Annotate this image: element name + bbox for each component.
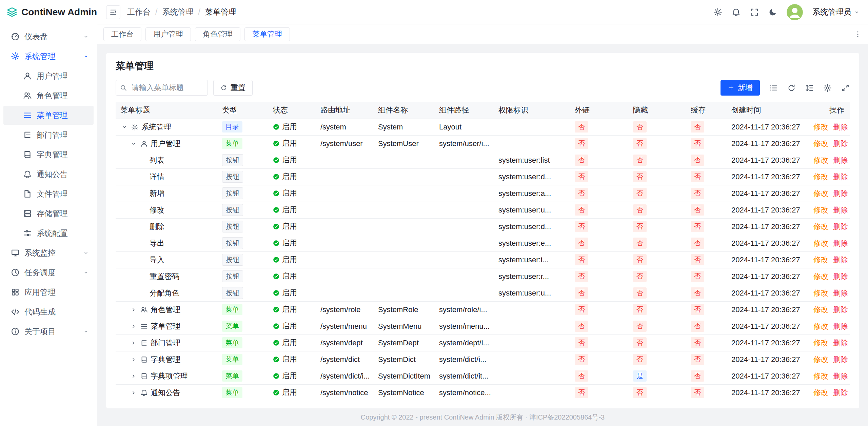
tree-toggle[interactable] bbox=[130, 372, 138, 380]
delete-link[interactable]: 删除 bbox=[833, 272, 848, 281]
edit-link[interactable]: 修改 bbox=[813, 339, 828, 347]
sidebar-item-codegen[interactable]: 代码生成 bbox=[3, 302, 94, 321]
tab-more-button[interactable] bbox=[854, 30, 862, 38]
tab-user[interactable]: 用户管理 bbox=[145, 27, 191, 41]
sidebar-item-file[interactable]: 文件管理 bbox=[3, 184, 94, 203]
edit-link[interactable]: 修改 bbox=[813, 372, 828, 380]
batch-list-button[interactable] bbox=[769, 84, 778, 92]
sidebar-item-dashboard[interactable]: 仪表盘 bbox=[3, 27, 94, 46]
edit-link[interactable]: 修改 bbox=[813, 139, 828, 148]
edit-link[interactable]: 修改 bbox=[813, 173, 828, 181]
delete-link[interactable]: 删除 bbox=[833, 123, 848, 131]
topbar: 工作台/系统管理/菜单管理 系统管理员 bbox=[97, 0, 868, 24]
tree-toggle[interactable] bbox=[130, 306, 138, 314]
delete-link[interactable]: 删除 bbox=[833, 372, 848, 380]
delete-link[interactable]: 删除 bbox=[833, 355, 848, 364]
sidebar-item-monitor[interactable]: 系统监控 bbox=[3, 243, 94, 262]
sidebar-item-dict[interactable]: 字典管理 bbox=[3, 145, 94, 164]
type-cell: 菜单 bbox=[217, 384, 268, 400]
cache-badge: 否 bbox=[691, 321, 704, 332]
created-cell: 2024-11-17 20:36:27 bbox=[727, 218, 806, 235]
delete-link[interactable]: 删除 bbox=[833, 388, 848, 397]
breadcrumb-item[interactable]: 菜单管理 bbox=[205, 7, 236, 17]
edit-link[interactable]: 修改 bbox=[813, 388, 828, 397]
breadcrumb-item[interactable]: 工作台 bbox=[127, 7, 151, 17]
delete-link[interactable]: 删除 bbox=[833, 239, 848, 247]
external-badge: 否 bbox=[575, 254, 588, 265]
delete-link[interactable]: 删除 bbox=[833, 173, 848, 181]
check-circle-icon bbox=[273, 340, 279, 346]
tab-role[interactable]: 角色管理 bbox=[195, 27, 240, 41]
column-settings-button[interactable] bbox=[823, 84, 832, 92]
sidebar-item-about[interactable]: 关于项目 bbox=[3, 322, 94, 341]
table-fullscreen-button[interactable] bbox=[841, 84, 850, 92]
search-input[interactable] bbox=[116, 80, 208, 96]
check-circle-icon bbox=[273, 240, 279, 246]
tab-label: 角色管理 bbox=[203, 29, 233, 39]
delete-link[interactable]: 删除 bbox=[833, 222, 848, 231]
delete-link[interactable]: 删除 bbox=[833, 206, 848, 214]
edit-link[interactable]: 修改 bbox=[813, 222, 828, 231]
edit-link[interactable]: 修改 bbox=[813, 355, 828, 364]
delete-link[interactable]: 删除 bbox=[833, 156, 848, 164]
edit-link[interactable]: 修改 bbox=[813, 322, 828, 330]
notifications-button[interactable] bbox=[732, 8, 741, 17]
sidebar-item-config[interactable]: 系统配置 bbox=[3, 224, 94, 243]
avatar[interactable] bbox=[787, 4, 803, 20]
edit-link[interactable]: 修改 bbox=[813, 206, 828, 214]
toolbar: 重置 新增 bbox=[116, 80, 850, 96]
delete-link[interactable]: 删除 bbox=[833, 289, 848, 297]
add-button[interactable]: 新增 bbox=[721, 80, 760, 96]
sidebar-item-storage[interactable]: 存储管理 bbox=[3, 204, 94, 223]
tree-toggle[interactable] bbox=[130, 356, 138, 364]
permission-cell: system:user:a... bbox=[494, 185, 570, 202]
sidebar-item-user[interactable]: 用户管理 bbox=[3, 66, 94, 85]
tree-toggle[interactable] bbox=[130, 322, 138, 330]
sidebar-item-dept[interactable]: 部门管理 bbox=[3, 125, 94, 144]
tab-workbench[interactable]: 工作台 bbox=[103, 27, 141, 41]
edit-link[interactable]: 修改 bbox=[813, 239, 828, 247]
delete-link[interactable]: 删除 bbox=[833, 189, 848, 198]
config-icon bbox=[23, 229, 32, 238]
sidebar-item-schedule[interactable]: 任务调度 bbox=[3, 263, 94, 282]
ops-cell: 修改删除新增 bbox=[806, 152, 850, 168]
reset-button[interactable]: 重置 bbox=[213, 80, 253, 96]
delete-link[interactable]: 删除 bbox=[833, 256, 848, 264]
status-badge: 启用 bbox=[273, 387, 297, 398]
sidebar-item-app[interactable]: 应用管理 bbox=[3, 283, 94, 302]
user-menu[interactable]: 系统管理员 bbox=[812, 7, 859, 17]
breadcrumb-item[interactable]: 系统管理 bbox=[162, 7, 193, 17]
sidebar-item-system[interactable]: 系统管理 bbox=[3, 47, 94, 66]
refresh-table-button[interactable] bbox=[787, 84, 796, 92]
status-badge: 启用 bbox=[273, 255, 297, 265]
dark-mode-button[interactable] bbox=[768, 8, 777, 17]
tree-toggle[interactable] bbox=[130, 339, 138, 347]
sidebar-item-notice[interactable]: 通知公告 bbox=[3, 165, 94, 184]
reset-label: 重置 bbox=[231, 83, 245, 93]
sidebar-item-menu[interactable]: 菜单管理 bbox=[3, 106, 94, 125]
delete-link[interactable]: 删除 bbox=[833, 339, 848, 347]
sidebar-collapse-button[interactable] bbox=[106, 5, 120, 19]
edit-link[interactable]: 修改 bbox=[813, 156, 828, 164]
delete-link[interactable]: 删除 bbox=[833, 139, 848, 148]
tree-toggle[interactable] bbox=[130, 389, 138, 397]
storage-icon bbox=[23, 209, 32, 218]
status-cell: 启用 bbox=[268, 135, 316, 152]
edit-link[interactable]: 修改 bbox=[813, 256, 828, 264]
row-density-button[interactable] bbox=[805, 84, 814, 92]
tab-menu[interactable]: 菜单管理 bbox=[244, 27, 290, 41]
edit-link[interactable]: 修改 bbox=[813, 123, 828, 131]
tree-toggle[interactable] bbox=[120, 123, 129, 131]
column-header: 外链 bbox=[570, 102, 628, 119]
fullscreen-button[interactable] bbox=[750, 8, 759, 17]
delete-link[interactable]: 删除 bbox=[833, 322, 848, 330]
delete-link[interactable]: 删除 bbox=[833, 305, 848, 314]
edit-link[interactable]: 修改 bbox=[813, 305, 828, 314]
edit-link[interactable]: 修改 bbox=[813, 272, 828, 281]
sidebar-item-role[interactable]: 角色管理 bbox=[3, 86, 94, 105]
edit-link[interactable]: 修改 bbox=[813, 189, 828, 198]
settings-button[interactable] bbox=[713, 8, 722, 17]
tree-toggle[interactable] bbox=[130, 140, 138, 148]
edit-link[interactable]: 修改 bbox=[813, 289, 828, 297]
moon-icon bbox=[768, 8, 777, 17]
